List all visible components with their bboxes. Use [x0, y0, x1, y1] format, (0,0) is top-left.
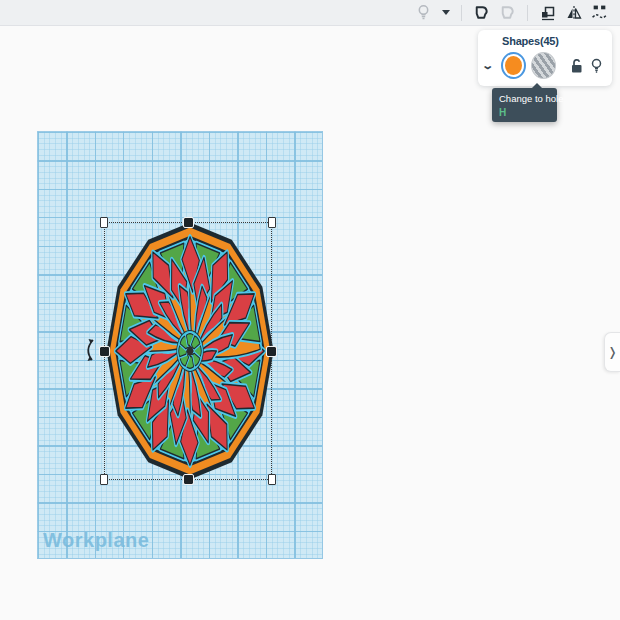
selection-bounding-box[interactable] [104, 222, 272, 480]
shapes-panel: Shapes(45) ⌄ [478, 30, 612, 86]
tooltip-arrow [532, 83, 542, 88]
scribble-icon[interactable] [591, 4, 608, 21]
toolbar-separator [527, 5, 528, 21]
workplane-label: Workplane [43, 529, 149, 552]
tooltip-text: Change to hole [499, 93, 551, 104]
viewport-canvas[interactable]: Workplane [0, 27, 620, 620]
panel-expand-chevron[interactable]: ❭ [604, 332, 620, 372]
tooltip-shortcut-key: H [499, 107, 551, 118]
scale-handle-top-mid[interactable] [184, 218, 193, 227]
visibility-bulb-icon[interactable] [591, 58, 602, 74]
show-all-caret-icon[interactable] [441, 4, 450, 21]
scale-handle-top-left[interactable] [100, 217, 108, 228]
scale-handle-left-mid[interactable] [100, 347, 109, 356]
align-icon[interactable] [539, 4, 556, 21]
toolbar-separator [461, 5, 462, 21]
rotate-handle-icon[interactable] [80, 334, 98, 366]
unlock-icon[interactable] [570, 58, 583, 74]
show-all-bulb-icon[interactable] [415, 4, 432, 21]
change-to-hole-tooltip: Change to hole H [492, 88, 557, 122]
color-swatch-orange[interactable] [501, 52, 526, 79]
shapes-panel-title: Shapes(45) [502, 35, 559, 47]
flip-mirror-icon[interactable] [565, 4, 582, 21]
hole-swatch-striped[interactable] [531, 52, 556, 79]
scale-handle-right-mid[interactable] [267, 347, 276, 356]
scale-handle-bottom-mid[interactable] [184, 475, 193, 484]
top-toolbar [0, 0, 620, 26]
ungroup-icon[interactable] [499, 4, 516, 21]
chevron-right-icon: ❭ [607, 345, 617, 359]
group-icon[interactable] [473, 4, 490, 21]
chevron-down-icon[interactable]: ⌄ [481, 59, 501, 72]
scale-handle-top-right[interactable] [268, 217, 276, 228]
scale-handle-bottom-left[interactable] [100, 474, 108, 485]
scale-handle-bottom-right[interactable] [268, 474, 276, 485]
